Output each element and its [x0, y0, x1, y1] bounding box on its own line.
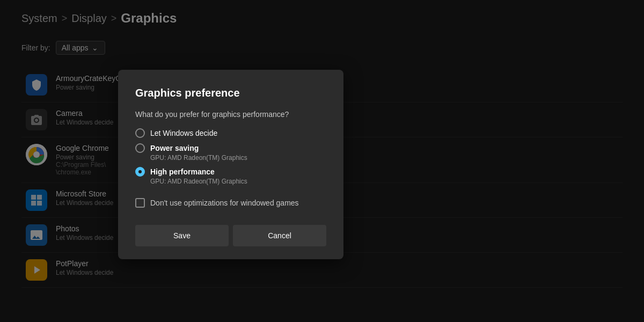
graphics-preference-dialog: Graphics preference What do you prefer f…: [118, 70, 343, 259]
option-high-performance[interactable]: High performance GPU: AMD Radeon(TM) Gra…: [135, 167, 326, 185]
radio-label-let-windows: Let Windows decide: [150, 129, 217, 137]
cancel-button[interactable]: Cancel: [233, 225, 326, 246]
option-power-saving[interactable]: Power saving GPU: AMD Radeon(TM) Graphic…: [135, 143, 326, 162]
option-let-windows[interactable]: Let Windows decide: [135, 128, 326, 138]
windowed-games-checkbox[interactable]: [135, 198, 145, 208]
checkbox-row[interactable]: Don't use optimizations for windowed gam…: [135, 198, 326, 208]
save-button[interactable]: Save: [135, 225, 229, 246]
radio-sublabel-power-saving: GPU: AMD Radeon(TM) Graphics: [150, 154, 326, 162]
radio-label-power-saving: Power saving: [150, 144, 199, 152]
radio-label-high-performance: High performance: [150, 167, 215, 176]
dialog-title: Graphics preference: [135, 87, 326, 99]
dialog-buttons: Save Cancel: [135, 225, 326, 246]
checkbox-label: Don't use optimizations for windowed gam…: [150, 199, 299, 207]
radio-group: Let Windows decide Power saving GPU: AMD…: [135, 128, 326, 185]
radio-high-performance[interactable]: [135, 167, 145, 177]
radio-sublabel-high-performance: GPU: AMD Radeon(TM) Graphics: [150, 178, 326, 185]
dialog-question: What do you prefer for graphics performa…: [135, 110, 326, 119]
radio-power-saving[interactable]: [135, 143, 145, 153]
radio-let-windows[interactable]: [135, 128, 145, 138]
